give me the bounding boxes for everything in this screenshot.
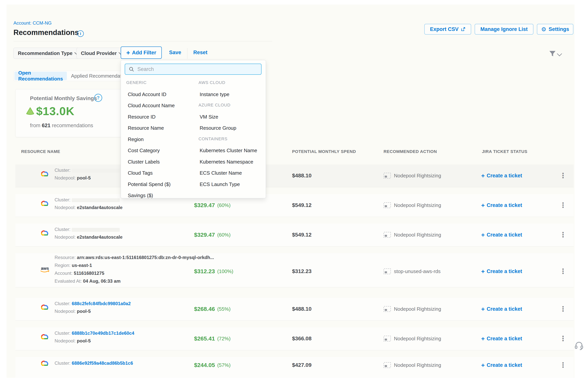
plus-icon: + xyxy=(126,49,130,56)
create-ticket-label: Create a ticket xyxy=(487,173,522,179)
create-ticket-button[interactable]: +Create a ticket xyxy=(481,266,539,277)
header-divider xyxy=(14,41,272,41)
filter-option[interactable]: Cost Category xyxy=(128,148,160,154)
column-header-recommended-action: RECOMMENDED ACTION xyxy=(384,149,437,154)
filter-option[interactable]: Potential Spend ($) xyxy=(128,182,171,187)
cloud-provider-filter[interactable]: Cloud Provider xyxy=(76,48,128,59)
savings-percent: (60%) xyxy=(217,202,230,208)
breadcrumb-account-link[interactable]: Account: CCM-NG xyxy=(14,20,52,26)
filter-option[interactable]: Region xyxy=(128,136,144,142)
filter-option[interactable]: Cloud Account Name xyxy=(128,102,175,108)
table-row[interactable]: Cluster: 688c2fefc84fbdc99801a0a2Nodepoo… xyxy=(15,298,574,321)
monthly-savings-cell: $312.23(100%) xyxy=(194,266,277,277)
tab-open-recommendations[interactable]: Open Recommendations xyxy=(14,72,67,80)
resource-detail-line: Nodepool: e2standar4autoscale xyxy=(54,234,122,240)
table-row[interactable]: Cluster: Nodepool: e2standar4autoscale$3… xyxy=(15,224,574,246)
row-kebab-menu[interactable]: ⋮ xyxy=(560,230,567,240)
row-kebab-menu[interactable]: ⋮ xyxy=(560,266,567,277)
savings-value: $244.05 xyxy=(194,362,215,368)
resource-detail-label: Cluster: xyxy=(54,168,72,173)
savings-value: $265.41 xyxy=(194,335,215,342)
spend-value: $488.10 xyxy=(292,306,312,312)
gcp-icon xyxy=(40,333,49,340)
cluster-link[interactable]: 6886e92f59a48cad86b5b1c6 xyxy=(72,360,133,366)
cluster-link[interactable]: 688c2fefc84fbdc99801a0a2 xyxy=(72,301,131,306)
table-row[interactable]: Cluster: Nodepool: e2standar4autoscale$3… xyxy=(15,194,574,217)
table-row[interactable]: Cluster: 6888b1c70e49db17c1de60c4Nodepoo… xyxy=(15,328,574,350)
resource-detail-label: Region: xyxy=(54,263,72,268)
create-ticket-button[interactable]: +Create a ticket xyxy=(481,200,539,210)
add-filter-label: Add Filter xyxy=(132,50,156,56)
filter-option[interactable]: Kubernetes Cluster Name xyxy=(200,148,257,154)
resource-detail-label: Cluster: xyxy=(54,330,72,336)
rightsizing-icon xyxy=(384,336,391,342)
headset-icon[interactable] xyxy=(574,340,584,351)
recommendations-tabs: Open Recommendations Applied Recommendat… xyxy=(14,71,127,81)
resource-detail-line: Nodepool: pool-5 xyxy=(54,175,91,181)
reset-filter-button[interactable]: Reset xyxy=(193,50,208,56)
column-header-monthly-spend: POTENTIAL MONTHLY SPEND xyxy=(292,149,356,154)
row-kebab-menu[interactable]: ⋮ xyxy=(560,360,567,370)
settings-button[interactable]: ⚙ Settings xyxy=(537,24,574,34)
recommendation-type-filter[interactable]: Recommendation Type xyxy=(14,48,83,59)
monthly-spend-cell: $488.10 xyxy=(292,170,350,181)
create-ticket-button[interactable]: +Create a ticket xyxy=(481,170,539,181)
filter-option[interactable]: Cloud Tags xyxy=(128,170,153,176)
create-ticket-button[interactable]: +Create a ticket xyxy=(481,230,539,240)
savings-card-title: Potential Monthly Savings xyxy=(30,95,97,102)
filter-option[interactable]: Resource ID xyxy=(128,114,156,120)
save-filter-button[interactable]: Save xyxy=(169,50,181,56)
table-row[interactable]: Cluster: 6886e92f59a48cad86b5b1c6$244.05… xyxy=(15,357,574,378)
create-ticket-button[interactable]: +Create a ticket xyxy=(481,333,539,344)
savings-percent: (100%) xyxy=(217,268,233,274)
add-filter-button[interactable]: + Add Filter xyxy=(121,46,162,59)
redacted-value xyxy=(72,228,120,232)
filter-funnel-button[interactable] xyxy=(548,50,561,58)
filter-option[interactable]: Cluster Labels xyxy=(128,159,160,165)
search-input[interactable] xyxy=(137,66,261,72)
monthly-savings-cell: $244.05(57%) xyxy=(194,360,277,370)
filter-option[interactable]: Savings ($) xyxy=(128,192,153,198)
resource-detail-value: 04 Aug, 06:33 am xyxy=(83,278,120,284)
plus-icon: + xyxy=(481,306,485,313)
tab-applied-recommendations[interactable]: Applied Recommendatio xyxy=(67,73,130,79)
dropdown-search[interactable] xyxy=(125,64,262,75)
monthly-spend-cell: $549.12 xyxy=(292,200,350,210)
row-kebab-menu[interactable]: ⋮ xyxy=(560,333,567,344)
kebab-menu-icon: ⋮ xyxy=(560,306,566,312)
create-ticket-button[interactable]: +Create a ticket xyxy=(481,304,539,314)
manage-ignore-list-button[interactable]: Manage Ignore List xyxy=(475,24,534,34)
create-ticket-button[interactable]: +Create a ticket xyxy=(481,360,539,370)
resource-detail-label: Cluster: xyxy=(54,227,72,232)
row-kebab-menu[interactable]: ⋮ xyxy=(560,170,567,181)
footer-margin xyxy=(0,378,588,392)
recommendations-page: Account: CCM-NG Recommendations i Export… xyxy=(0,0,588,392)
row-kebab-menu[interactable]: ⋮ xyxy=(560,200,567,210)
filter-option[interactable]: ECS Launch Type xyxy=(200,182,240,187)
filter-section-label: AZURE CLOUD xyxy=(198,102,230,108)
monthly-spend-cell: $366.08 xyxy=(292,333,350,344)
filter-option[interactable]: Cloud Account ID xyxy=(128,92,166,98)
redacted-value xyxy=(72,198,120,202)
settings-label: Settings xyxy=(548,26,569,32)
info-icon[interactable]: i xyxy=(77,30,84,37)
row-kebab-menu[interactable]: ⋮ xyxy=(560,304,567,314)
resource-detail-value: pool-5 xyxy=(77,338,91,344)
recommended-action-cell: Nodepool Rightsizing xyxy=(384,170,472,181)
gcp-icon xyxy=(40,200,49,207)
filter-option[interactable]: Resource Group xyxy=(200,125,236,131)
savings-value: $312.23 xyxy=(194,268,215,274)
filter-option[interactable]: Resource Name xyxy=(128,125,164,131)
cluster-link[interactable]: 6888b1c70e49db17c1de60c4 xyxy=(72,330,134,336)
rightsizing-icon xyxy=(384,362,391,368)
question-icon[interactable]: ? xyxy=(94,94,102,102)
filter-option[interactable]: VM Size xyxy=(200,114,218,120)
filter-option[interactable]: Kubernetes Namespace xyxy=(200,159,253,165)
table-row[interactable]: awsResource: arn:aws:rds:us-east-1:51161… xyxy=(15,253,574,287)
filter-option[interactable]: Instance type xyxy=(200,92,230,98)
table-row[interactable]: Cluster: Nodepool: pool-5$488.10Nodepool… xyxy=(15,164,574,187)
filter-option[interactable]: ECS Cluster Name xyxy=(200,170,242,176)
spend-value: $549.12 xyxy=(292,202,312,208)
export-csv-button[interactable]: Export CSV xyxy=(424,24,471,34)
kebab-menu-icon: ⋮ xyxy=(560,202,566,209)
